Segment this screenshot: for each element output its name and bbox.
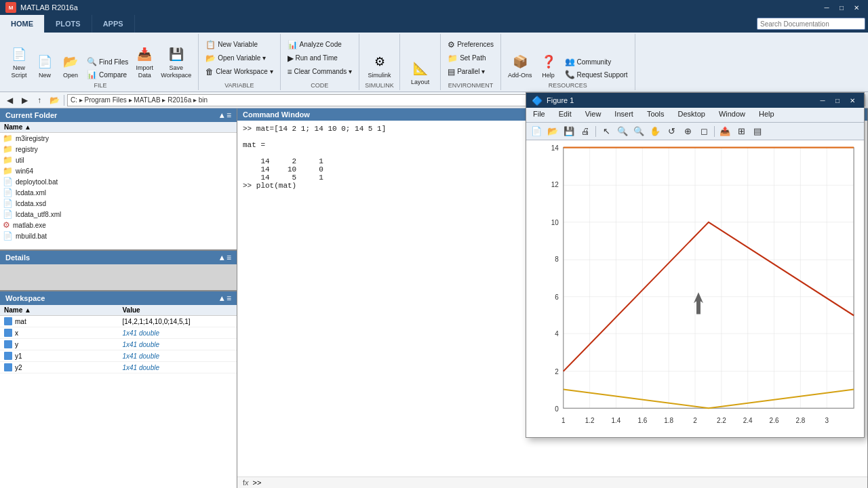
figure-window-menu[interactable]: Window — [712, 108, 752, 122]
list-item[interactable]: 📁 registry — [0, 144, 237, 155]
community-button[interactable]: 👥 Community — [562, 56, 631, 68]
figure-maximize-btn[interactable]: □ — [831, 96, 844, 105]
svg-rect-0 — [564, 148, 854, 409]
details-panel: Details ▴ ≡ — [0, 251, 237, 291]
details-collapse-icon[interactable]: ▴ — [220, 253, 224, 262]
find-files-button[interactable]: 🔍 Find Files — [84, 56, 131, 68]
list-item[interactable]: 📄 mbuild.bat — [0, 230, 237, 241]
browse-button[interactable]: 📂 — [47, 94, 61, 107]
ribbon-group-file: 📄 NewScript 📄 New 📂 Open 🔍 Find Files 📊 … — [3, 34, 199, 90]
list-item[interactable]: 📄 deploytool.bat — [0, 176, 237, 187]
open-variable-button[interactable]: 📂 Open Variable ▾ — [203, 52, 269, 64]
compare-button[interactable]: 📊 Compare — [84, 68, 131, 81]
tab-bar: HOME PLOTS APPS — [0, 15, 868, 33]
fig-subplot-btn[interactable]: ⊞ — [734, 125, 749, 138]
svg-text:2: 2 — [555, 368, 559, 375]
var-name: y — [15, 341, 18, 348]
run-time-button[interactable]: ▶ Run and Time — [285, 52, 340, 64]
figure-file-menu[interactable]: File — [526, 108, 552, 122]
tab-home[interactable]: HOME — [0, 15, 45, 33]
clear-commands-button[interactable]: ≡ Clear Commands ▾ — [285, 66, 355, 78]
file-group-label: FILE — [94, 82, 107, 89]
parallel-button[interactable]: ▤ Parallel ▾ — [445, 66, 488, 78]
add-ons-icon: 📦 — [511, 52, 530, 71]
help-button[interactable]: ❓ Help — [536, 51, 561, 81]
workspace-menu-icon[interactable]: ≡ — [226, 293, 231, 303]
table-row[interactable]: mat [14,2,1;14,10,0;14,5,1] — [0, 316, 237, 327]
fig-open-btn[interactable]: 📂 — [545, 125, 560, 138]
set-path-button[interactable]: 📁 Set Path — [445, 52, 488, 64]
list-item[interactable]: 📁 util — [0, 155, 237, 165]
close-btn[interactable]: ✕ — [850, 3, 863, 12]
plot-svg: 0 2 4 6 8 10 12 14 1 1.2 1.4 1.6 1.8 2 2… — [526, 140, 864, 437]
table-row[interactable]: x 1x41 double — [0, 327, 237, 339]
figure-minimize-btn[interactable]: ─ — [816, 96, 829, 105]
fig-datacursor-btn[interactable]: ⊕ — [680, 125, 695, 138]
new-icon: 📄 — [35, 52, 54, 71]
open-button[interactable]: 📂 Open — [58, 51, 83, 81]
figure-desktop-menu[interactable]: Desktop — [671, 108, 712, 122]
figure-view-menu[interactable]: View — [578, 108, 608, 122]
add-ons-button[interactable]: 📦 Add-Ons — [505, 51, 535, 81]
details-menu-icon[interactable]: ≡ — [226, 253, 231, 262]
clear-workspace-button[interactable]: 🗑 Clear Workspace ▾ — [203, 66, 275, 78]
table-row[interactable]: y1 1x41 double — [0, 350, 237, 362]
figure-close-btn[interactable]: ✕ — [846, 96, 859, 105]
table-row[interactable]: y 1x41 double — [0, 339, 237, 350]
cf-menu-icon[interactable]: ≡ — [226, 110, 231, 120]
simulink-button[interactable]: ⚙ Simulink — [366, 51, 394, 81]
command-input-row: fx >> — [237, 476, 867, 488]
analyze-code-button[interactable]: 📊 Analyze Code — [285, 39, 344, 51]
list-item[interactable]: 📄 lcdata.xml — [0, 187, 237, 198]
list-item[interactable]: ⚙ matlab.exe — [0, 220, 237, 230]
folder-icon: 📁 — [3, 155, 13, 165]
figure-help-menu[interactable]: Help — [752, 108, 781, 122]
list-item[interactable]: 📄 lcdata.xsd — [0, 198, 237, 209]
new-button[interactable]: 📄 New — [33, 51, 57, 81]
list-item[interactable]: 📄 lcdata_utf8.xml — [0, 209, 237, 220]
new-variable-button[interactable]: 📋 New Variable — [203, 39, 260, 51]
fig-pan-btn[interactable]: ✋ — [648, 125, 663, 138]
fig-pointer-btn[interactable]: ↖ — [599, 125, 614, 138]
fig-rotate-btn[interactable]: ↺ — [664, 125, 679, 138]
figure-insert-menu[interactable]: Insert — [608, 108, 640, 122]
request-support-button[interactable]: 📞 Request Support — [562, 68, 631, 81]
left-panel: Current Folder ▴ ≡ Name ▲ 📁 m3iregistry … — [0, 108, 237, 488]
layout-button[interactable]: 📐 Layout — [408, 58, 433, 87]
fig-brush-btn[interactable]: ◻ — [696, 125, 711, 138]
table-row[interactable]: y2 1x41 double — [0, 362, 237, 373]
cf-collapse-icon[interactable]: ▴ — [220, 110, 224, 120]
fig-zoom-out-btn[interactable]: 🔍 — [631, 125, 646, 138]
fig-print-btn[interactable]: 🖨 — [578, 125, 593, 138]
fig-zoom-in-btn[interactable]: 🔍 — [615, 125, 630, 138]
figure-toolbar: 📄 📂 💾 🖨 ↖ 🔍 🔍 ✋ ↺ ⊕ ◻ 📤 ⊞ ▤ — [526, 123, 864, 140]
back-button[interactable]: ◀ — [3, 94, 16, 107]
resources-group-label: RESOURCES — [549, 82, 587, 89]
workspace-collapse-icon[interactable]: ▴ — [220, 293, 224, 303]
search-documentation-input[interactable] — [757, 18, 865, 30]
details-header: Details ▴ ≡ — [0, 251, 237, 264]
fig-export-btn[interactable]: 📤 — [717, 125, 732, 138]
import-data-icon: 📥 — [135, 45, 154, 64]
maximize-btn[interactable]: □ — [835, 3, 848, 12]
fig-new-btn[interactable]: 📄 — [529, 125, 544, 138]
clear-workspace-icon: 🗑 — [205, 67, 214, 77]
figure-tools-menu[interactable]: Tools — [640, 108, 671, 122]
list-item[interactable]: 📁 win64 — [0, 165, 237, 176]
svg-text:2.6: 2.6 — [770, 416, 779, 424]
forward-button[interactable]: ▶ — [18, 94, 31, 107]
figure-edit-menu[interactable]: Edit — [552, 108, 578, 122]
fig-legend-btn[interactable]: ▤ — [750, 125, 765, 138]
command-input[interactable] — [264, 479, 862, 487]
fig-save-btn[interactable]: 💾 — [561, 125, 576, 138]
preferences-button[interactable]: ⚙ Preferences — [445, 39, 496, 51]
import-data-button[interactable]: 📥 ImportData — [132, 43, 157, 81]
tab-apps[interactable]: APPS — [92, 15, 135, 33]
up-button[interactable]: ↑ — [33, 94, 46, 107]
open-variable-icon: 📂 — [205, 54, 216, 63]
list-item[interactable]: 📁 m3iregistry — [0, 133, 237, 144]
tab-plots[interactable]: PLOTS — [45, 15, 92, 33]
new-script-button[interactable]: 📄 NewScript — [7, 43, 31, 81]
minimize-btn[interactable]: ─ — [821, 3, 833, 12]
save-workspace-button[interactable]: 💾 SaveWorkspace — [158, 43, 194, 81]
